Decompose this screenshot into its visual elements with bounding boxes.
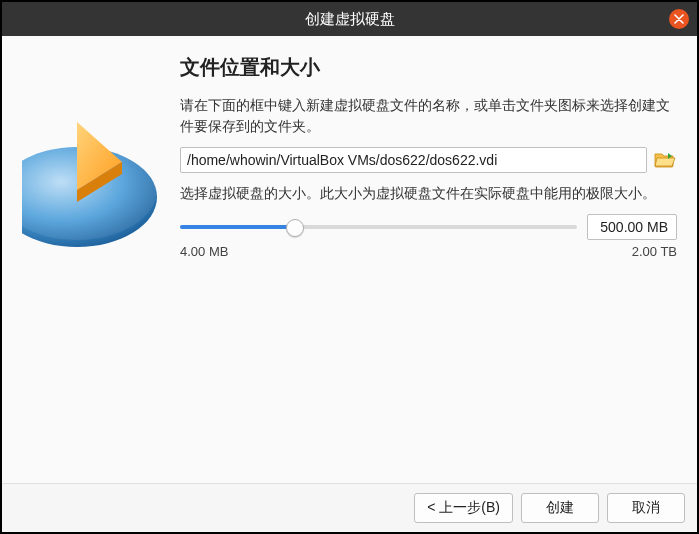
slider-thumb[interactable] [286,219,304,237]
cancel-button[interactable]: 取消 [607,493,685,523]
folder-open-icon [654,151,676,169]
dialog-body: 文件位置和大小 请在下面的框中键入新建虚拟硬盘文件的名称，或单击文件夹图标来选择… [2,36,697,532]
file-location-description: 请在下面的框中键入新建虚拟硬盘文件的名称，或单击文件夹图标来选择创建文件要保存到… [180,95,677,137]
size-row: 500.00 MB [180,214,677,240]
dialog-window: 创建虚拟硬盘 [0,0,699,534]
slider-limits: 4.00 MB 2.00 TB [180,244,677,259]
title-bar: 创建虚拟硬盘 [2,2,697,36]
main-panel: 文件位置和大小 请在下面的框中键入新建虚拟硬盘文件的名称，或单击文件夹图标来选择… [180,54,677,483]
file-path-row [180,147,677,173]
size-slider[interactable] [180,217,577,237]
file-path-input[interactable] [180,147,647,173]
size-value-box[interactable]: 500.00 MB [587,214,677,240]
disk-pie-icon [22,82,162,252]
window-title: 创建虚拟硬盘 [2,10,697,29]
content-area: 文件位置和大小 请在下面的框中键入新建虚拟硬盘文件的名称，或单击文件夹图标来选择… [2,36,697,483]
wizard-illustration [22,54,162,483]
slider-fill [180,225,295,229]
browse-folder-button[interactable] [653,149,677,171]
slider-max-label: 2.00 TB [632,244,677,259]
page-heading: 文件位置和大小 [180,54,677,81]
dialog-footer: < 上一步(B) 创建 取消 [2,483,697,532]
back-button[interactable]: < 上一步(B) [414,493,513,523]
close-button[interactable] [669,9,689,29]
disk-size-description: 选择虚拟硬盘的大小。此大小为虚拟硬盘文件在实际硬盘中能用的极限大小。 [180,183,677,204]
slider-min-label: 4.00 MB [180,244,228,259]
create-button[interactable]: 创建 [521,493,599,523]
close-icon [674,14,684,24]
